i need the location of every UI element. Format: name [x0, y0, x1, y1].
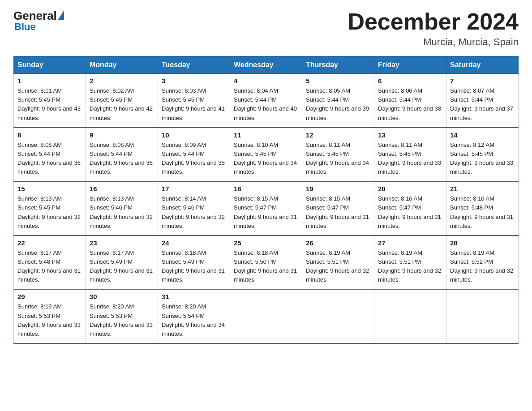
weekday-header-sunday: Sunday — [14, 56, 86, 74]
day-number: 22 — [17, 239, 82, 247]
day-info: Sunrise: 8:19 AMSunset: 5:51 PMDaylight:… — [306, 248, 370, 285]
day-info: Sunrise: 8:04 AMSunset: 5:44 PMDaylight:… — [234, 86, 298, 123]
day-number: 21 — [450, 185, 515, 193]
day-number: 24 — [162, 239, 226, 247]
day-number: 14 — [450, 131, 515, 139]
day-number: 2 — [90, 77, 154, 85]
day-number: 20 — [378, 185, 442, 193]
day-number: 27 — [378, 239, 442, 247]
day-info: Sunrise: 8:19 AMSunset: 5:52 PMDaylight:… — [450, 248, 515, 285]
calendar-cell: 21Sunrise: 8:16 AMSunset: 5:48 PMDayligh… — [446, 181, 519, 235]
day-number: 10 — [162, 131, 226, 139]
day-info: Sunrise: 8:11 AMSunset: 5:45 PMDaylight:… — [306, 141, 370, 177]
day-number: 11 — [234, 131, 298, 139]
day-info: Sunrise: 8:02 AMSunset: 5:45 PMDaylight:… — [90, 86, 154, 123]
day-number: 6 — [378, 77, 442, 85]
calendar-cell: 30Sunrise: 8:20 AMSunset: 5:53 PMDayligh… — [86, 289, 158, 343]
calendar-cell: 26Sunrise: 8:19 AMSunset: 5:51 PMDayligh… — [302, 235, 374, 290]
weekday-header-friday: Friday — [374, 56, 446, 74]
weekday-header-monday: Monday — [86, 56, 158, 74]
page-header: General Blue December 2024 Murcia, Murci… — [13, 9, 519, 48]
calendar-cell: 4Sunrise: 8:04 AMSunset: 5:44 PMDaylight… — [230, 74, 302, 128]
day-number: 3 — [162, 77, 226, 85]
day-number: 8 — [17, 131, 82, 139]
calendar-cell: 11Sunrise: 8:10 AMSunset: 5:45 PMDayligh… — [230, 128, 302, 182]
day-info: Sunrise: 8:03 AMSunset: 5:45 PMDaylight:… — [162, 86, 226, 123]
day-info: Sunrise: 8:07 AMSunset: 5:44 PMDaylight:… — [450, 86, 515, 123]
day-info: Sunrise: 8:13 AMSunset: 5:45 PMDaylight:… — [17, 194, 82, 231]
day-info: Sunrise: 8:06 AMSunset: 5:44 PMDaylight:… — [378, 86, 442, 123]
day-number: 29 — [17, 293, 82, 300]
calendar-cell: 27Sunrise: 8:19 AMSunset: 5:51 PMDayligh… — [374, 235, 446, 290]
day-info: Sunrise: 8:08 AMSunset: 5:44 PMDaylight:… — [17, 141, 82, 177]
day-number: 19 — [306, 185, 370, 193]
day-number: 7 — [450, 77, 515, 85]
calendar-title: December 2024 — [348, 9, 519, 34]
day-number: 4 — [234, 77, 298, 85]
day-info: Sunrise: 8:17 AMSunset: 5:48 PMDaylight:… — [17, 248, 82, 285]
calendar-cell: 18Sunrise: 8:15 AMSunset: 5:47 PMDayligh… — [230, 181, 302, 235]
week-row-2: 8Sunrise: 8:08 AMSunset: 5:44 PMDaylight… — [14, 128, 519, 182]
day-number: 15 — [17, 185, 82, 193]
day-info: Sunrise: 8:08 AMSunset: 5:44 PMDaylight:… — [90, 141, 154, 177]
day-number: 23 — [90, 239, 154, 247]
day-number: 25 — [234, 239, 298, 247]
weekday-header-wednesday: Wednesday — [230, 56, 302, 74]
weekday-header-saturday: Saturday — [446, 56, 519, 74]
day-info: Sunrise: 8:16 AMSunset: 5:47 PMDaylight:… — [378, 194, 442, 231]
calendar-cell: 22Sunrise: 8:17 AMSunset: 5:48 PMDayligh… — [14, 235, 86, 290]
calendar-cell: 5Sunrise: 8:05 AMSunset: 5:44 PMDaylight… — [302, 74, 374, 128]
logo-triangle-icon — [58, 10, 64, 20]
day-number: 9 — [90, 131, 154, 139]
day-number: 12 — [306, 131, 370, 139]
day-info: Sunrise: 8:16 AMSunset: 5:48 PMDaylight:… — [450, 194, 515, 231]
day-info: Sunrise: 8:20 AMSunset: 5:54 PMDaylight:… — [162, 302, 226, 338]
calendar-cell: 28Sunrise: 8:19 AMSunset: 5:52 PMDayligh… — [446, 235, 519, 290]
day-info: Sunrise: 8:14 AMSunset: 5:46 PMDaylight:… — [162, 194, 226, 231]
calendar-cell: 12Sunrise: 8:11 AMSunset: 5:45 PMDayligh… — [302, 128, 374, 182]
day-number: 17 — [162, 185, 226, 193]
day-info: Sunrise: 8:19 AMSunset: 5:51 PMDaylight:… — [378, 248, 442, 285]
day-info: Sunrise: 8:05 AMSunset: 5:44 PMDaylight:… — [306, 86, 370, 123]
calendar-cell: 1Sunrise: 8:01 AMSunset: 5:45 PMDaylight… — [14, 74, 86, 128]
calendar-cell: 16Sunrise: 8:13 AMSunset: 5:46 PMDayligh… — [86, 181, 158, 235]
day-number: 1 — [17, 77, 82, 85]
calendar-cell — [374, 289, 446, 343]
calendar-cell: 10Sunrise: 8:09 AMSunset: 5:44 PMDayligh… — [158, 128, 230, 182]
day-info: Sunrise: 8:13 AMSunset: 5:46 PMDaylight:… — [90, 194, 154, 231]
calendar-cell: 24Sunrise: 8:18 AMSunset: 5:49 PMDayligh… — [158, 235, 230, 290]
logo: General Blue — [13, 9, 64, 33]
day-number: 26 — [306, 239, 370, 247]
day-number: 31 — [162, 293, 226, 300]
calendar-cell: 19Sunrise: 8:15 AMSunset: 5:47 PMDayligh… — [302, 181, 374, 235]
calendar-location: Murcia, Murcia, Spain — [348, 36, 519, 48]
day-number: 30 — [90, 293, 154, 300]
title-block: December 2024 Murcia, Murcia, Spain — [348, 9, 519, 48]
weekday-header-thursday: Thursday — [302, 56, 374, 74]
calendar-table: SundayMondayTuesdayWednesdayThursdayFrid… — [13, 56, 519, 344]
calendar-cell: 20Sunrise: 8:16 AMSunset: 5:47 PMDayligh… — [374, 181, 446, 235]
calendar-cell: 7Sunrise: 8:07 AMSunset: 5:44 PMDaylight… — [446, 74, 519, 128]
calendar-cell: 31Sunrise: 8:20 AMSunset: 5:54 PMDayligh… — [158, 289, 230, 343]
calendar-cell: 15Sunrise: 8:13 AMSunset: 5:45 PMDayligh… — [14, 181, 86, 235]
day-info: Sunrise: 8:18 AMSunset: 5:49 PMDaylight:… — [162, 248, 226, 285]
week-row-1: 1Sunrise: 8:01 AMSunset: 5:45 PMDaylight… — [14, 74, 519, 128]
calendar-cell: 14Sunrise: 8:12 AMSunset: 5:45 PMDayligh… — [446, 128, 519, 182]
weekday-header-row: SundayMondayTuesdayWednesdayThursdayFrid… — [14, 56, 519, 74]
calendar-cell: 2Sunrise: 8:02 AMSunset: 5:45 PMDaylight… — [86, 74, 158, 128]
calendar-cell — [230, 289, 302, 343]
day-info: Sunrise: 8:19 AMSunset: 5:53 PMDaylight:… — [17, 302, 82, 338]
calendar-cell: 29Sunrise: 8:19 AMSunset: 5:53 PMDayligh… — [14, 289, 86, 343]
week-row-3: 15Sunrise: 8:13 AMSunset: 5:45 PMDayligh… — [14, 181, 519, 235]
day-info: Sunrise: 8:17 AMSunset: 5:49 PMDaylight:… — [90, 248, 154, 285]
day-number: 18 — [234, 185, 298, 193]
day-info: Sunrise: 8:01 AMSunset: 5:45 PMDaylight:… — [17, 86, 82, 123]
calendar-cell: 23Sunrise: 8:17 AMSunset: 5:49 PMDayligh… — [86, 235, 158, 290]
day-number: 5 — [306, 77, 370, 85]
calendar-cell: 17Sunrise: 8:14 AMSunset: 5:46 PMDayligh… — [158, 181, 230, 235]
day-info: Sunrise: 8:09 AMSunset: 5:44 PMDaylight:… — [162, 141, 226, 177]
week-row-5: 29Sunrise: 8:19 AMSunset: 5:53 PMDayligh… — [14, 289, 519, 343]
day-info: Sunrise: 8:11 AMSunset: 5:45 PMDaylight:… — [378, 141, 442, 177]
calendar-cell: 8Sunrise: 8:08 AMSunset: 5:44 PMDaylight… — [14, 128, 86, 182]
logo-blue-text: Blue — [14, 21, 36, 33]
